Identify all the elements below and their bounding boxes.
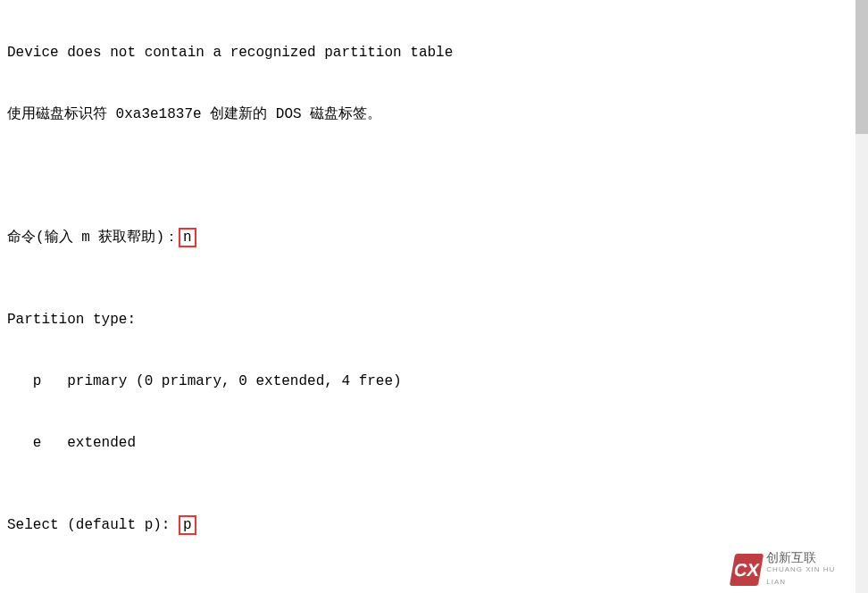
logo-name: 创新互联 — [766, 550, 816, 564]
terminal-viewport: Device does not contain a recognized par… — [0, 0, 868, 593]
logo-subtext: CHUANG XIN HU LIAN — [766, 564, 848, 589]
user-input-p[interactable]: p — [179, 515, 196, 535]
terminal-output: Device does not contain a recognized par… — [0, 0, 868, 593]
logo-badge-icon: CX — [730, 554, 764, 586]
logo-text: 创新互联 CHUANG XIN HU LIAN — [766, 551, 848, 589]
output-line: Partition type: — [7, 310, 864, 330]
prompt-text: Select (default p): — [7, 517, 179, 533]
scrollbar-thumb[interactable] — [855, 0, 868, 134]
select-prompt-line: Select (default p): p — [7, 515, 864, 536]
command-prompt-line: 命令(输入 m 获取帮助)：n — [7, 228, 864, 248]
scrollbar-track[interactable] — [855, 0, 868, 593]
user-input-n[interactable]: n — [179, 228, 196, 247]
watermark-logo: CX 创新互联 CHUANG XIN HU LIAN — [732, 552, 848, 588]
prompt-text: 命令(输入 m 获取帮助)： — [7, 230, 179, 246]
output-line: p primary (0 primary, 0 extended, 4 free… — [7, 372, 864, 392]
output-line: Device does not contain a recognized par… — [7, 43, 864, 63]
output-line: e extended — [7, 433, 864, 454]
output-line: 使用磁盘标识符 0xa3e1837e 创建新的 DOS 磁盘标签。 — [7, 104, 864, 125]
